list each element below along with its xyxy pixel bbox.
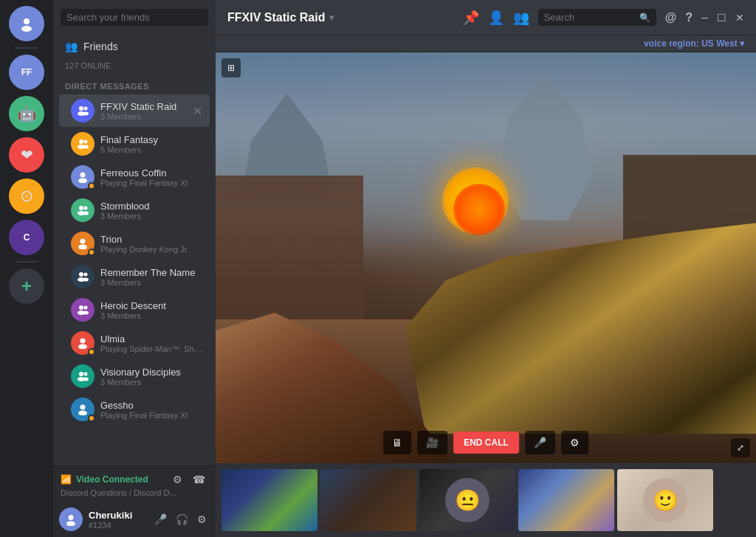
dm-sub-dm1: 3 Members (100, 112, 185, 121)
svg-point-16 (80, 239, 86, 244)
screen-share-button[interactable]: 🖥 (383, 431, 411, 454)
top-bar-actions: 📌 👤 👥 🔍 @ ? – ☐ ✕ (463, 9, 744, 26)
mention-icon[interactable]: @ (665, 11, 677, 24)
server-icon-robot[interactable]: 🤖 (9, 96, 44, 131)
thumbnail-2[interactable] (320, 469, 416, 531)
help-icon[interactable]: ? (685, 11, 693, 24)
add-server-button[interactable]: + (9, 268, 44, 304)
fullscreen-button[interactable]: ⤢ (731, 438, 750, 457)
dm-name-dm6: Remember The Name (100, 267, 204, 278)
user-panel: Cherukiki #1234 🎤 🎧 ⚙ (53, 502, 216, 537)
friends-nav-item[interactable]: 👥 Friends (53, 35, 216, 58)
expand-button[interactable]: ⊞ (221, 58, 241, 77)
svg-point-4 (84, 107, 88, 111)
members-icon[interactable]: 👥 (513, 10, 529, 26)
username: Cherukiki (89, 510, 145, 521)
search-area (53, 0, 216, 35)
svg-point-32 (80, 405, 86, 410)
server-icon-ow[interactable]: ⊙ (9, 179, 44, 214)
dm-item-dm9[interactable]: Visionary Disciples3 Members✕ (59, 360, 210, 392)
thumbnail-3[interactable]: 😐 (419, 469, 515, 531)
thumbnail-5[interactable]: 🙂 (617, 469, 713, 531)
mute-button[interactable]: 🎤 (151, 510, 170, 528)
end-call-button[interactable]: END CALL (453, 432, 519, 454)
thumbnail-strip: 😐 🙂 (216, 463, 756, 537)
camera-button[interactable]: 🎥 (417, 431, 447, 454)
dm-item-dm10[interactable]: GesshoPlaying Final Fantasy XI✕ (59, 393, 210, 426)
dm-item-dm5[interactable]: TrionPlaying Donkey Kong Jr.✕ (59, 227, 210, 260)
main-content: FFXIV Static Raid ▾ 📌 👤 👥 🔍 @ ? – ☐ ✕ vo… (216, 0, 756, 537)
dm-sub-dm10: Playing Final Fantasy XI (100, 411, 204, 420)
svg-point-27 (78, 344, 87, 350)
mute-button[interactable]: 🎤 (525, 431, 555, 454)
search-input[interactable] (544, 12, 635, 23)
search-icon: 🔍 (639, 13, 650, 23)
dm-name-dm5: Trion (100, 234, 204, 245)
dm-sidebar: 👥 Friends 127 ONLINE DIRECT MESSAGES FFX… (53, 0, 216, 537)
dm-sub-dm6: 3 Members (100, 278, 204, 287)
user-panel-actions: 🎤 🎧 ⚙ (151, 510, 210, 528)
dm-item-dm7[interactable]: Heroic Descent3 Members✕ (59, 294, 210, 326)
svg-point-21 (83, 278, 89, 282)
server-separator-2 (15, 261, 38, 263)
server-icon-ff[interactable]: FF (9, 55, 44, 90)
dm-close-dm1[interactable]: ✕ (191, 103, 204, 119)
svg-point-9 (83, 145, 89, 149)
dropdown-chevron[interactable]: ▾ (329, 13, 334, 23)
svg-point-1 (21, 26, 32, 32)
dm-item-dm4[interactable]: Stormblood3 Members✕ (59, 194, 210, 226)
server-icon-chris[interactable]: C (9, 220, 44, 255)
dm-sub-dm8: Playing Spider-Man™: Shattered Dimen... (100, 344, 204, 353)
close-button[interactable]: ✕ (735, 12, 744, 24)
vc-extra-button[interactable]: ☎ (190, 471, 208, 488)
server-icon-heart[interactable]: ❤ (9, 137, 44, 173)
svg-point-8 (84, 140, 88, 144)
search-input[interactable] (61, 9, 208, 26)
add-friend-icon[interactable]: 👤 (488, 10, 504, 26)
video-connected-panel: 📶 Video Connected ⚙ ☎ Discord Questions … (53, 465, 216, 502)
deafen-button[interactable]: 🎧 (173, 510, 191, 528)
svg-point-30 (84, 373, 88, 376)
vc-settings-button[interactable]: ⚙ (170, 471, 185, 488)
pin-icon[interactable]: 📌 (463, 10, 479, 26)
user-panel-info: Cherukiki #1234 (89, 510, 145, 530)
signal-icon: 📶 (61, 474, 72, 485)
svg-point-17 (78, 245, 87, 250)
dm-list: FFXIV Static Raid3 Members✕Final Fantasy… (53, 94, 216, 465)
dm-item-dm6[interactable]: Remember The Name3 Members✕ (59, 260, 210, 293)
voice-region-dropdown[interactable]: ▾ (740, 38, 744, 49)
dm-item-dm8[interactable]: UlmiaPlaying Spider-Man™: Shattered Dime… (59, 327, 210, 359)
svg-point-14 (84, 207, 88, 210)
video-area: ⊞ 🖥 🎥 END CALL 🎤 ⚙ ⤢ 😐 🙂 (216, 52, 756, 537)
svg-point-25 (83, 311, 89, 315)
dm-name-dm3: Ferreous Coffin (100, 167, 204, 179)
dm-item-dm2[interactable]: Final Fantasy5 Members✕ (59, 128, 210, 160)
dm-sub-dm7: 3 Members (100, 311, 204, 320)
thumbnail-4[interactable] (518, 469, 614, 531)
video-controls: 🖥 🎥 END CALL 🎤 ⚙ (383, 431, 588, 454)
svg-point-20 (84, 273, 88, 277)
minimize-button[interactable]: – (701, 11, 708, 24)
thumbnail-1[interactable] (221, 469, 317, 531)
svg-point-0 (24, 18, 30, 24)
user-avatar-icon[interactable] (9, 6, 44, 41)
svg-point-22 (79, 305, 83, 310)
svg-point-5 (83, 112, 89, 116)
dm-name-dm2: Final Fantasy (100, 134, 204, 145)
svg-point-18 (79, 272, 83, 277)
dm-item-dm3[interactable]: Ferreous CoffinPlaying Final Fantasy XI✕ (59, 161, 210, 193)
user-settings-button[interactable]: ⚙ (194, 510, 210, 528)
svg-point-2 (79, 106, 83, 111)
vc-channel-text: Discord Questions / Discord D... (61, 488, 208, 497)
maximize-button[interactable]: ☐ (717, 12, 726, 24)
server-separator (15, 47, 38, 49)
dm-item-dm1[interactable]: FFXIV Static Raid3 Members✕ (59, 94, 210, 127)
friends-label: Friends (83, 41, 118, 52)
dm-name-dm8: Ulmia (100, 333, 204, 344)
settings-button[interactable]: ⚙ (561, 431, 588, 454)
dm-name-dm4: Stormblood (100, 201, 204, 212)
channel-name: FFXIV Static Raid (227, 11, 325, 24)
voice-region-value[interactable]: US West (701, 38, 737, 49)
search-bar: 🔍 (538, 9, 656, 26)
video-overlay (216, 52, 756, 463)
